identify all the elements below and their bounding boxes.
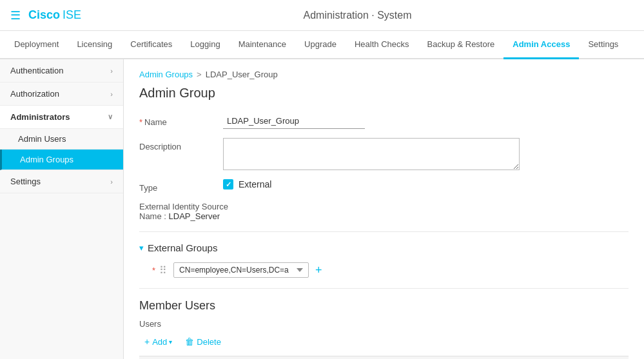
table-header: Status ▲ Email Username First Name Last …	[139, 356, 629, 360]
add-dropdown-icon: ▾	[169, 338, 172, 345]
type-label: Type	[139, 179, 223, 193]
breadcrumb-separator: >	[197, 70, 202, 79]
section-divider-2	[139, 288, 629, 289]
column-header-last-name[interactable]: Last Name	[527, 356, 629, 360]
sidebar-item-authentication[interactable]: Authentication ›	[0, 59, 123, 82]
add-button[interactable]: + Add ▾	[139, 334, 177, 349]
column-header-checkbox	[139, 356, 164, 360]
trash-icon: 🗑	[185, 336, 194, 347]
type-checkbox-container: External	[223, 179, 271, 189]
nav-item-health-checks[interactable]: Health Checks	[346, 31, 418, 59]
nav-bar: Deployment Licensing Certificates Loggin…	[0, 31, 644, 59]
ext-id-section: External Identity Source Name : LDAP_Ser…	[139, 202, 629, 221]
chevron-right-icon-3: ›	[110, 178, 113, 186]
users-label: Users	[139, 319, 629, 329]
required-asterisk: *	[139, 117, 142, 127]
external-label: External	[239, 179, 271, 189]
sidebar-sub-item-admin-groups[interactable]: Admin Groups	[0, 150, 123, 170]
nav-item-admin-access[interactable]: Admin Access	[503, 31, 579, 59]
ext-id-name-value: LDAP_Server	[169, 211, 220, 221]
nav-item-backup-restore[interactable]: Backup & Restore	[418, 31, 504, 59]
toolbar: + Add ▾ 🗑 Delete	[139, 334, 629, 349]
main-content: Admin Groups > LDAP_User_Group Admin Gro…	[124, 59, 644, 359]
column-header-first-name[interactable]: First Name	[422, 356, 526, 360]
header-title: Administration · System	[81, 10, 634, 21]
external-groups-section-header: ▾ External Groups	[139, 242, 629, 253]
sidebar-item-authorization[interactable]: Authorization ›	[0, 82, 123, 106]
cisco-logo: Cisco	[28, 8, 60, 22]
type-field-row: Type External	[139, 179, 629, 193]
sidebar: Authentication › Authorization › Adminis…	[0, 59, 124, 359]
section-divider-1	[139, 231, 629, 232]
chevron-right-icon: ›	[110, 67, 113, 75]
ext-id-section-label: External Identity Source	[139, 202, 228, 211]
column-header-username[interactable]: Username	[324, 356, 422, 360]
breadcrumb: Admin Groups > LDAP_User_Group	[139, 70, 629, 79]
column-header-email[interactable]: Email	[257, 356, 324, 360]
menu-icon[interactable]: ☰	[10, 8, 21, 23]
sidebar-item-label-settings: Settings	[10, 177, 41, 186]
description-input[interactable]	[223, 138, 520, 170]
delete-button-label: Delete	[197, 337, 221, 347]
external-checkbox[interactable]	[223, 179, 233, 189]
description-label: Description	[139, 138, 223, 151]
row-required-asterisk: *	[152, 266, 155, 275]
column-header-status[interactable]: Status ▲	[164, 356, 257, 360]
add-icon: +	[144, 336, 150, 347]
sidebar-sub-item-admin-users[interactable]: Admin Users	[0, 129, 123, 150]
external-group-dropdown[interactable]: CN=employee,CN=Users,DC=a CN=admins,CN=U…	[173, 262, 309, 278]
nav-item-settings[interactable]: Settings	[579, 31, 627, 59]
name-field-row: *Name	[139, 113, 629, 129]
sidebar-item-administrators[interactable]: Administrators ∨	[0, 106, 123, 129]
add-button-label: Add	[152, 337, 167, 347]
breadcrumb-current: LDAP_User_Group	[206, 70, 278, 79]
drag-handle-icon[interactable]: ⠿	[159, 264, 167, 277]
nav-item-maintenance[interactable]: Maintenance	[229, 31, 295, 59]
external-groups-row: * ⠿ CN=employee,CN=Users,DC=a CN=admins,…	[139, 262, 629, 278]
nav-item-upgrade[interactable]: Upgrade	[295, 31, 346, 59]
sidebar-item-label-administrators: Administrators	[10, 112, 70, 122]
table-header-row: Status ▲ Email Username First Name Last …	[139, 356, 629, 360]
sidebar-item-settings[interactable]: Settings ›	[0, 170, 123, 193]
sidebar-sub-label-admin-groups: Admin Groups	[20, 155, 73, 164]
chevron-down-icon: ∨	[108, 113, 113, 121]
main-layout: Authentication › Authorization › Adminis…	[0, 59, 644, 359]
page-title: Admin Group	[139, 86, 629, 101]
sidebar-item-label-authentication: Authentication	[10, 66, 63, 75]
name-input[interactable]	[223, 113, 365, 129]
users-table: Status ▲ Email Username First Name Last …	[139, 356, 629, 359]
sidebar-sub-label-admin-users: Admin Users	[18, 134, 66, 144]
nav-item-licensing[interactable]: Licensing	[68, 31, 121, 59]
ise-label: ISE	[63, 8, 81, 22]
nav-item-deployment[interactable]: Deployment	[5, 31, 68, 59]
breadcrumb-parent-link[interactable]: Admin Groups	[139, 70, 193, 79]
ext-id-name-label: Name :	[139, 211, 166, 221]
nav-item-certificates[interactable]: Certificates	[121, 31, 181, 59]
collapse-icon[interactable]: ▾	[139, 243, 144, 253]
nav-item-logging[interactable]: Logging	[181, 31, 229, 59]
member-users-title: Member Users	[139, 299, 629, 313]
external-groups-title: External Groups	[148, 242, 217, 253]
chevron-right-icon-2: ›	[110, 90, 113, 98]
add-external-group-button[interactable]: +	[315, 264, 322, 276]
name-label: *Name	[139, 113, 223, 127]
delete-button[interactable]: 🗑 Delete	[180, 334, 226, 349]
sidebar-item-label-authorization: Authorization	[10, 89, 59, 99]
description-field-row: Description	[139, 138, 629, 170]
top-header: ☰ Cisco ISE Administration · System	[0, 0, 644, 31]
